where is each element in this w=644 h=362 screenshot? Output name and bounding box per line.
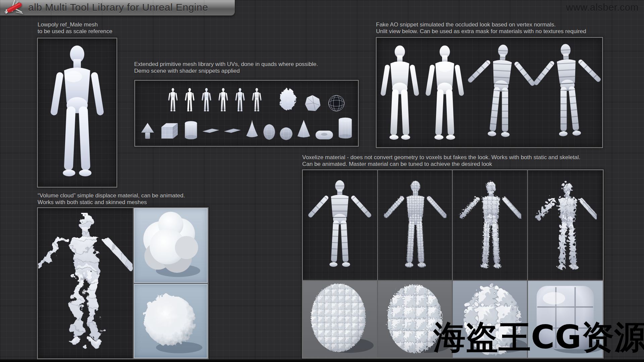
tree-primitive <box>140 119 155 143</box>
caption-fake-ao: Fake AO snippet simulated the occluded l… <box>376 21 586 35</box>
title-bar: alb Multi Tool Library for Unreal Engine <box>0 0 235 16</box>
ao-robot-figure-render <box>465 42 537 145</box>
cone-primitive <box>245 115 259 143</box>
cube-primitive <box>159 118 180 143</box>
caption-line: Can be animated. Master material can be … <box>302 161 580 168</box>
cylinder-primitive <box>183 116 199 143</box>
ellipsoid-primitive <box>263 120 275 143</box>
caption-scale-ref: Lowpoly ref_Male mesh to be used as scal… <box>38 21 112 35</box>
scale-ref-panel <box>37 38 117 188</box>
volume-cloud-panel <box>37 207 209 359</box>
sphere-primitive <box>279 124 293 143</box>
caption-line: Extended primitive mesh library with UVs… <box>134 61 318 68</box>
plane-primitive <box>223 126 241 135</box>
primitives-shape-row <box>135 113 358 146</box>
mini-figure-render <box>234 88 246 112</box>
ao-figure-front-render <box>422 45 467 143</box>
mini-figure-render <box>167 88 178 112</box>
voxel-sphere-fine-render <box>303 281 377 357</box>
swiss-knife-logo-icon <box>2 0 26 19</box>
mini-figure-render <box>251 88 262 112</box>
caption-line: “Volume cloud” simple displace material,… <box>38 192 185 199</box>
caption-primitives: Extended primitive mesh library with UVs… <box>134 61 318 74</box>
voxel-figure-cell <box>453 170 528 280</box>
mini-figure-render <box>201 88 212 112</box>
caption-line: Unlit view below. Can be used as extra m… <box>376 28 586 35</box>
plane-primitive <box>202 126 220 135</box>
primitives-figure-row <box>135 81 358 113</box>
large-cylinder-primitive <box>338 113 353 143</box>
voxel-figure-fine-render <box>383 180 446 273</box>
caption-line: Demo scene with shader snippets applied <box>134 68 318 74</box>
cloud-ball-soft-render <box>134 208 208 284</box>
cloud-ball-rocky-render <box>134 284 208 359</box>
pyramid-primitive <box>297 115 311 143</box>
voxel-figure-cell <box>378 170 453 280</box>
mini-figure-render <box>218 88 229 112</box>
voxel-figure-coarse-render <box>534 180 597 273</box>
rock-blob-render <box>278 87 298 112</box>
watermark-text: 海盗王CG资源 <box>433 321 644 353</box>
caption-line: Voxelize material - does not convert geo… <box>302 154 580 161</box>
page-title: alb Multi Tool Library for Unreal Engine <box>28 2 208 13</box>
cloud-figure-cell <box>38 208 133 358</box>
faceted-rock-render <box>303 94 322 112</box>
caption-volume-cloud: “Volume cloud” simple displace material,… <box>38 192 185 206</box>
voxel-sphere-cell <box>303 280 378 358</box>
caption-line: to be used as scale reference <box>38 28 112 35</box>
mini-figure-render <box>184 88 195 112</box>
cloud-sample-column <box>133 208 208 358</box>
cloud-figure-render <box>36 213 135 354</box>
bottom-edge-strip <box>0 359 644 362</box>
voxel-figure-smooth-render <box>308 180 371 273</box>
ao-figure-back-render <box>377 45 422 143</box>
caption-line: Fake AO snippet simulated the occluded l… <box>376 21 586 28</box>
voxel-figure-cell <box>303 170 378 280</box>
male-mesh-render <box>46 44 108 181</box>
poster: alb Multi Tool Library for Unreal Engine… <box>0 0 644 362</box>
caption-line: Lowpoly ref_Male mesh <box>38 21 112 28</box>
ao-robot-figure-render <box>532 41 604 145</box>
caption-voxelize: Voxelize material - does not convert geo… <box>302 154 580 168</box>
wireframe-sphere-render <box>327 94 345 112</box>
torus-primitive <box>315 126 334 143</box>
voxel-figure-medium-render <box>458 180 521 273</box>
primitives-panel <box>134 80 359 147</box>
voxel-figure-cell <box>528 170 603 280</box>
caption-line: Works with both static and skinned meshe… <box>38 199 185 206</box>
fake-ao-panel <box>376 37 603 148</box>
website-url: www.alsber.com <box>566 2 639 13</box>
